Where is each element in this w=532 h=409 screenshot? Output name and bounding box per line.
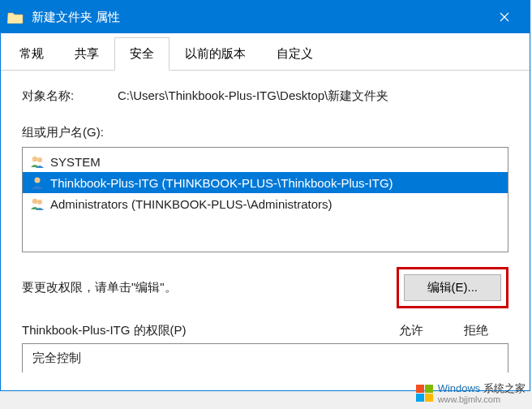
permissions-listbox[interactable]: 完全控制 [22,343,508,372]
object-name-label: 对象名称: [22,88,118,104]
groups-label: 组或用户名(G): [22,125,508,140]
watermark-url: www.bjjmlv.com [438,394,526,404]
svg-point-0 [32,157,37,161]
object-name-row: 对象名称: C:\Users\Thinkbook-Plus-ITG\Deskto… [22,88,508,104]
tab-customize[interactable]: 自定义 [261,37,328,71]
permissions-label: Thinkbook-Plus-ITG 的权限(P) [22,323,379,338]
edit-button[interactable]: 编辑(E)... [404,274,502,301]
watermark-brand: Windows [438,382,481,394]
svg-point-1 [37,157,42,162]
watermark: Windows 系统之家 www.bjjmlv.com [416,383,526,404]
deny-column-header: 拒绝 [444,323,508,338]
svg-point-4 [37,200,42,204]
window-title: 新建文件夹 属性 [32,10,486,25]
svg-point-2 [35,178,41,183]
titlebar: 新建文件夹 属性 [1,1,530,33]
permission-name: 完全控制 [32,351,81,366]
properties-dialog: 新建文件夹 属性 常规 共享 安全 以前的版本 自定义 对象名称: C:\Use… [0,0,530,391]
watermark-suffix: 系统之家 [483,382,526,394]
list-item[interactable]: Administrators (THINKBOOK-PLUS-\Administ… [23,193,508,214]
allow-column-header: 允许 [379,323,444,338]
windows-logo-icon [416,385,433,402]
tab-previous-versions[interactable]: 以前的版本 [169,37,261,71]
object-name-value: C:\Users\Thinkbook-Plus-ITG\Desktop\新建文件… [118,88,508,104]
user-icon [29,174,45,191]
edit-hint-text: 要更改权限，请单击"编辑"。 [22,280,397,295]
list-item-label: Administrators (THINKBOOK-PLUS-\Administ… [50,197,332,211]
tab-bar: 常规 共享 安全 以前的版本 自定义 [1,33,530,71]
folder-icon [7,11,24,24]
tab-sharing[interactable]: 共享 [59,37,114,71]
list-item[interactable]: Thinkbook-Plus-ITG (THINKBOOK-PLUS-\Thin… [23,172,508,193]
tab-general[interactable]: 常规 [4,37,59,71]
permission-row: 完全控制 [23,344,508,372]
svg-point-3 [32,199,37,204]
close-button[interactable] [486,1,523,33]
tab-content: 对象名称: C:\Users\Thinkbook-Plus-ITG\Deskto… [1,71,530,390]
users-listbox[interactable]: SYSTEM Thinkbook-Plus-ITG (THINKBOOK-PLU… [22,147,508,252]
list-item-label: Thinkbook-Plus-ITG (THINKBOOK-PLUS-\Thin… [50,176,393,190]
group-icon [29,153,45,170]
list-item[interactable]: SYSTEM [23,151,508,172]
tab-security[interactable]: 安全 [114,37,169,71]
group-icon [29,196,45,212]
permissions-header: Thinkbook-Plus-ITG 的权限(P) 允许 拒绝 [22,323,508,338]
list-item-label: SYSTEM [50,155,101,169]
highlight-annotation: 编辑(E)... [397,267,509,308]
edit-row: 要更改权限，请单击"编辑"。 编辑(E)... [22,267,508,308]
